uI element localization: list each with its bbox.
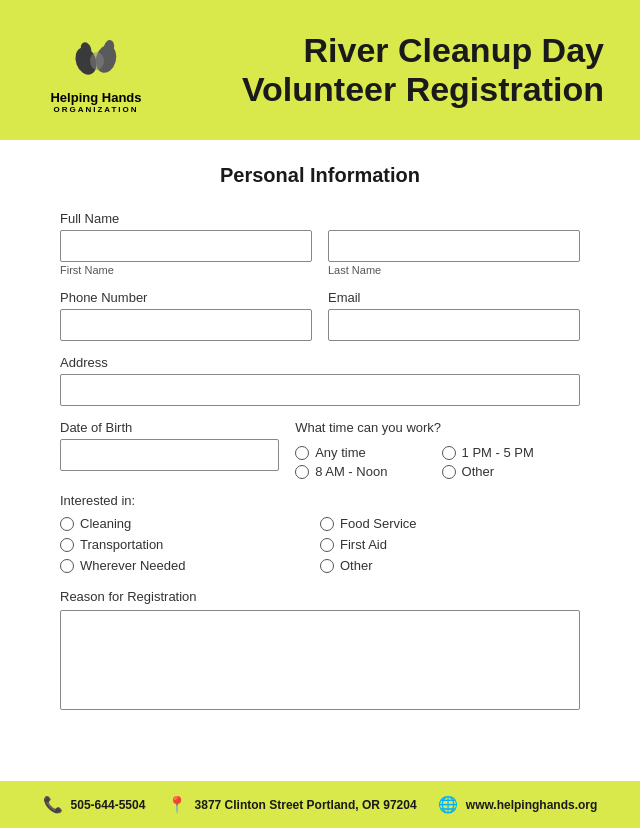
phone-input[interactable] bbox=[60, 309, 312, 341]
time-anytime-label: Any time bbox=[315, 445, 366, 460]
time-8am-label: 8 AM - Noon bbox=[315, 464, 387, 479]
logo-sub: ORGANIZATION bbox=[53, 105, 138, 114]
time-col: What time can you work? Any time 1 PM - … bbox=[295, 420, 580, 479]
interested-label: Interested in: bbox=[60, 493, 580, 508]
footer-address: 📍 3877 Clinton Street Portland, OR 97204 bbox=[167, 795, 417, 814]
time-option-1pm[interactable]: 1 PM - 5 PM bbox=[442, 445, 580, 460]
header-title: River Cleanup Day Volunteer Registration bbox=[156, 31, 604, 109]
time-option-other[interactable]: Other bbox=[442, 464, 580, 479]
radio-anytime bbox=[295, 446, 309, 460]
phone-email-row: Phone Number Email bbox=[60, 290, 580, 341]
interest-cleaning[interactable]: Cleaning bbox=[60, 516, 320, 531]
footer-website-text: www.helpinghands.org bbox=[466, 798, 598, 812]
dob-time-row: Date of Birth What time can you work? An… bbox=[60, 420, 580, 479]
interested-grid: Cleaning Food Service Transportation Fir… bbox=[60, 516, 580, 573]
logo-name: Helping Hands bbox=[50, 90, 141, 106]
logo-icon bbox=[66, 26, 126, 86]
reason-textarea[interactable] bbox=[60, 610, 580, 710]
time-option-8am[interactable]: 8 AM - Noon bbox=[295, 464, 433, 479]
email-input[interactable] bbox=[328, 309, 580, 341]
interest-first-aid-label: First Aid bbox=[340, 537, 387, 552]
interest-cleaning-label: Cleaning bbox=[80, 516, 131, 531]
dob-label: Date of Birth bbox=[60, 420, 279, 435]
radio-first-aid bbox=[320, 538, 334, 552]
interest-transportation-label: Transportation bbox=[80, 537, 163, 552]
footer-address-text: 3877 Clinton Street Portland, OR 97204 bbox=[195, 798, 417, 812]
first-name-col: First Name bbox=[60, 230, 312, 276]
phone-email-group: Phone Number Email bbox=[60, 290, 580, 341]
address-group: Address bbox=[60, 355, 580, 406]
interest-other-label: Other bbox=[340, 558, 373, 573]
globe-icon: 🌐 bbox=[438, 795, 458, 814]
phone-label: Phone Number bbox=[60, 290, 312, 305]
dob-input[interactable] bbox=[60, 439, 279, 471]
radio-transportation bbox=[60, 538, 74, 552]
time-1pm-label: 1 PM - 5 PM bbox=[462, 445, 534, 460]
logo-area: Helping Hands ORGANIZATION bbox=[36, 26, 156, 115]
interest-transportation[interactable]: Transportation bbox=[60, 537, 320, 552]
phone-icon: 📞 bbox=[43, 795, 63, 814]
interested-section: Interested in: Cleaning Food Service Tra… bbox=[60, 493, 580, 573]
header: Helping Hands ORGANIZATION River Cleanup… bbox=[0, 0, 640, 140]
email-col: Email bbox=[328, 290, 580, 341]
location-icon: 📍 bbox=[167, 795, 187, 814]
footer-phone-text: 505-644-5504 bbox=[71, 798, 146, 812]
dob-col: Date of Birth bbox=[60, 420, 279, 471]
title-line2: Volunteer Registration bbox=[242, 70, 604, 108]
name-row: First Name Last Name bbox=[60, 230, 580, 276]
radio-wherever-needed bbox=[60, 559, 74, 573]
last-name-input[interactable] bbox=[328, 230, 580, 262]
last-name-col: Last Name bbox=[328, 230, 580, 276]
reason-label: Reason for Registration bbox=[60, 589, 580, 604]
radio-8am bbox=[295, 465, 309, 479]
interest-other[interactable]: Other bbox=[320, 558, 580, 573]
radio-interest-other bbox=[320, 559, 334, 573]
full-name-label: Full Name bbox=[60, 211, 580, 226]
interest-wherever-label: Wherever Needed bbox=[80, 558, 186, 573]
footer: 📞 505-644-5504 📍 3877 Clinton Street Por… bbox=[0, 781, 640, 828]
footer-phone: 📞 505-644-5504 bbox=[43, 795, 146, 814]
radio-food-service bbox=[320, 517, 334, 531]
email-label: Email bbox=[328, 290, 580, 305]
interest-wherever-needed[interactable]: Wherever Needed bbox=[60, 558, 320, 573]
radio-1pm bbox=[442, 446, 456, 460]
interest-food-service[interactable]: Food Service bbox=[320, 516, 580, 531]
interest-food-service-label: Food Service bbox=[340, 516, 417, 531]
address-label: Address bbox=[60, 355, 580, 370]
page: Helping Hands ORGANIZATION River Cleanup… bbox=[0, 0, 640, 828]
svg-point-4 bbox=[90, 52, 104, 70]
footer-website: 🌐 www.helpinghands.org bbox=[438, 795, 598, 814]
time-options: Any time 1 PM - 5 PM 8 AM - Noon Other bbox=[295, 445, 580, 479]
first-name-label: First Name bbox=[60, 264, 312, 276]
radio-other-time bbox=[442, 465, 456, 479]
address-input[interactable] bbox=[60, 374, 580, 406]
phone-col: Phone Number bbox=[60, 290, 312, 341]
title-line1: River Cleanup Day bbox=[304, 31, 604, 69]
first-name-input[interactable] bbox=[60, 230, 312, 262]
section-title: Personal Information bbox=[60, 164, 580, 187]
full-name-group: Full Name First Name Last Name bbox=[60, 211, 580, 276]
form-content: Personal Information Full Name First Nam… bbox=[0, 140, 640, 781]
reason-section: Reason for Registration bbox=[60, 589, 580, 714]
time-other-label: Other bbox=[462, 464, 495, 479]
time-option-anytime[interactable]: Any time bbox=[295, 445, 433, 460]
interest-first-aid[interactable]: First Aid bbox=[320, 537, 580, 552]
last-name-label: Last Name bbox=[328, 264, 580, 276]
time-label: What time can you work? bbox=[295, 420, 580, 435]
radio-cleaning bbox=[60, 517, 74, 531]
